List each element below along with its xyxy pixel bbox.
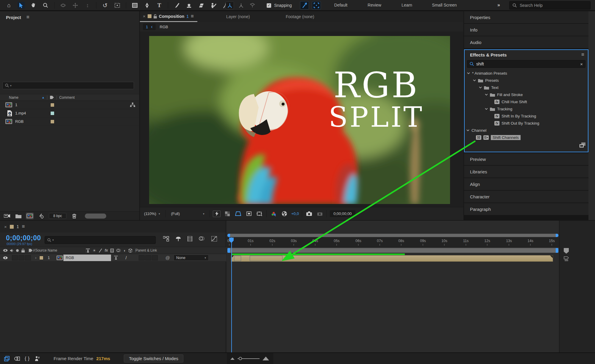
close-icon[interactable]: × [4,224,7,229]
tree-item-shift-in-by-tracking[interactable]: fx Shift In By Tracking [465,112,588,120]
help-search-input[interactable]: Search Help [509,1,591,10]
exposure-shutter-icon[interactable] [280,211,288,217]
workspace-tab-review[interactable]: Review [368,0,381,10]
region-of-interest-icon[interactable] [245,211,253,217]
label-color-chip[interactable] [50,120,54,124]
in-out-panes-icon[interactable]: { } [25,356,30,361]
effects-search-box[interactable]: × [467,60,585,68]
zoom-in-mountain-icon[interactable] [263,357,269,360]
tree-item-chill-hue-shift[interactable]: fx Chill Hue Shift [465,98,588,105]
layer-duration-bar[interactable] [231,255,553,262]
layer-expand-arrow[interactable]: › [35,255,36,260]
comp-marker-bin-icon[interactable] [564,256,569,261]
project-panel-title[interactable]: Project [6,15,21,20]
preview-timecode[interactable]: 0;00;00;00 [330,210,355,217]
exposure-value[interactable]: +0,0 [291,211,299,216]
snapping-checkbox[interactable]: ✓ [267,3,271,8]
layer-shy-toggle-icon[interactable] [114,256,118,260]
column-name[interactable]: Name [9,95,18,100]
lock-toggle-cell[interactable] [25,255,31,261]
chevron-down-icon[interactable] [485,108,488,110]
navigator-start-handle[interactable] [227,234,230,237]
parent-pickwhip-icon[interactable]: @ [165,255,170,260]
chevron-down-icon[interactable] [479,87,482,88]
orbit-camera-tool-icon[interactable] [60,2,67,9]
snap-beyond-edges-icon[interactable] [312,1,321,10]
timeline-layer-row[interactable]: › 1 RGB / @ None ▾ [0,254,226,262]
timeline-panel-menu-icon[interactable]: ≡ [22,224,25,230]
panel-preview[interactable]: Preview [464,153,588,166]
project-item-row[interactable]: RGB [0,117,139,126]
workspace-tab-small-screen[interactable]: Small Screen [432,0,457,10]
layer-quality-toggle[interactable]: / [126,255,127,260]
snap-along-edges-icon[interactable] [300,1,309,10]
comp-marker-icon[interactable] [564,248,569,254]
timeline-search-input[interactable]: ▾ [45,236,156,244]
viewer-canvas[interactable]: RGB SPLIT [140,32,463,207]
fx-column-icon[interactable]: fx [105,248,108,252]
sort-ascending-icon[interactable]: ▲ [42,96,45,99]
brush-tool-icon[interactable] [173,2,180,9]
panel-align[interactable]: Align [464,178,588,191]
zoom-out-mountain-icon[interactable] [230,357,235,360]
view-axis-mode-icon[interactable] [248,1,257,9]
tree-item-tracking-folder[interactable]: Tracking [465,105,588,112]
panel-character[interactable]: Character [464,191,588,203]
bit-depth-button[interactable]: 8 bpc [49,213,66,219]
effects-presets-title[interactable]: Effects & Presets [470,52,507,57]
composition-mini-flowchart-icon[interactable] [163,236,169,241]
new-folder-icon[interactable] [15,213,22,219]
pan-camera-tool-icon[interactable] [72,2,79,9]
column-parent-link[interactable]: Parent & Link [135,248,157,252]
label-color-chip[interactable] [50,111,54,115]
workspace-tab-default[interactable]: Default [334,0,347,10]
new-composition-icon[interactable] [26,213,33,219]
tree-item-fill-and-stroke-folder[interactable]: Fill and Stroke [465,91,588,98]
project-settings-icon[interactable] [38,213,45,219]
snapshot-camera-icon[interactable] [305,211,313,217]
dolly-camera-tool-icon[interactable]: ↕ [84,2,91,9]
quality-icon[interactable] [99,249,102,252]
frame-blending-icon[interactable] [188,236,192,241]
switch-cell[interactable] [139,255,145,261]
playhead-line[interactable] [231,237,232,352]
motion-blur-column-icon[interactable] [116,249,121,252]
guides-grid-options-icon[interactable] [256,211,263,217]
tab-footage[interactable]: Footage (none) [286,11,314,22]
selected-effect-name[interactable]: Shift Channels [491,135,521,140]
tree-item-text-folder[interactable]: Text [465,84,588,91]
work-area-end-handle[interactable] [556,248,558,253]
adjustment-layer-icon[interactable]: ◐ [124,248,126,253]
breadcrumb-chip[interactable]: 1 ‹ [143,23,156,30]
3d-layer-icon[interactable] [129,249,132,252]
clone-stamp-tool-icon[interactable] [185,2,193,9]
column-source-name[interactable]: Source Name [35,248,57,252]
chevron-down-icon[interactable] [485,94,488,95]
fast-preview-icon[interactable] [213,211,221,217]
work-area-bar[interactable] [227,248,558,253]
switch-cell[interactable] [152,255,158,261]
clear-search-icon[interactable]: × [580,62,583,67]
interpret-footage-icon[interactable] [4,213,11,219]
tab-layer[interactable]: Layer (none) [226,11,250,22]
parent-link-dropdown[interactable]: None ▾ [174,255,209,261]
tab-composition[interactable]: × Composition 1 ≡ [140,11,197,22]
rotation-tool-icon[interactable]: ↺ [101,2,109,9]
transfer-controls-pane-icon[interactable] [14,356,20,361]
panel-info[interactable]: Info [464,24,588,36]
motion-blur-icon[interactable] [199,236,205,241]
time-ruler[interactable]: 0s 01s 02s 03s 04s 05s 06s 07s 08s 09s 1… [227,237,559,247]
eye-icon[interactable] [3,249,8,252]
tree-item-animation-presets[interactable]: * Animation Presets [465,70,588,77]
time-navigator-bar[interactable] [227,234,558,237]
frame-blend-column-icon[interactable] [110,249,114,252]
shy-icon[interactable] [86,249,90,252]
new-panel-icon[interactable] [580,142,585,148]
mask-visibility-icon[interactable] [234,211,242,217]
camera-tool-icon[interactable] [114,2,121,9]
panel-properties[interactable]: Properties [464,11,588,24]
tree-item-shift-channels[interactable]: 32 Shift Channels [465,134,588,141]
navigator-end-handle[interactable] [556,234,558,237]
roto-brush-tool-icon[interactable] [210,2,217,9]
layer-visibility-eye-icon[interactable] [3,256,8,259]
